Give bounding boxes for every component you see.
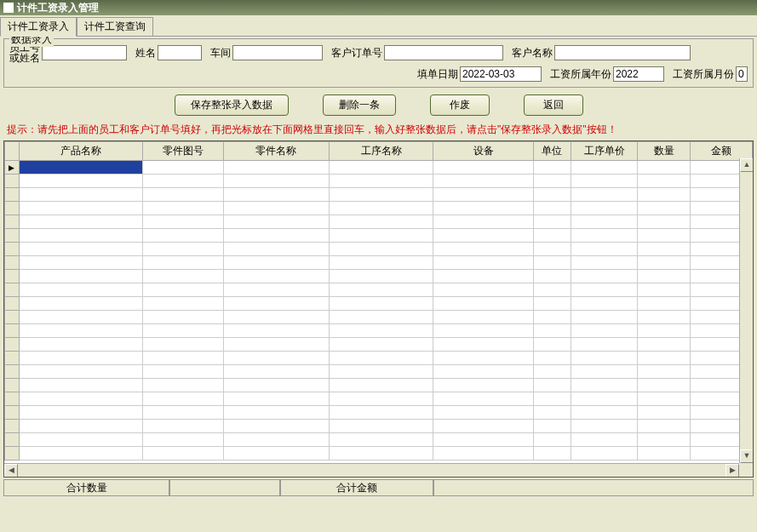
row-header[interactable]	[5, 270, 20, 283]
grid-cell[interactable]	[329, 420, 433, 433]
grid-cell[interactable]	[433, 202, 534, 215]
grid-cell[interactable]	[329, 174, 433, 188]
grid-cell[interactable]	[638, 447, 691, 460]
grid-cell[interactable]	[571, 215, 638, 229]
grid-cell[interactable]	[142, 447, 223, 460]
grid-cell[interactable]	[571, 406, 638, 420]
row-header[interactable]	[5, 406, 20, 420]
grid-cell[interactable]	[571, 297, 638, 311]
save-button[interactable]: 保存整张录入数据	[175, 94, 289, 116]
scrollbar-horizontal[interactable]: ◀ ▶	[4, 463, 739, 477]
table-row[interactable]	[5, 420, 753, 433]
grid-cell[interactable]	[19, 215, 142, 229]
grid-cell[interactable]	[638, 433, 691, 447]
grid-cell[interactable]	[142, 297, 223, 311]
grid-cell[interactable]	[534, 229, 571, 243]
grid-cell[interactable]	[329, 338, 433, 352]
scroll-right-icon[interactable]: ▶	[725, 464, 739, 478]
row-header[interactable]	[5, 352, 20, 365]
grid-cell[interactable]	[534, 447, 571, 460]
grid-cell[interactable]	[571, 447, 638, 460]
grid-cell[interactable]	[534, 338, 571, 352]
grid-cell[interactable]	[142, 202, 223, 215]
grid-cell[interactable]	[534, 270, 571, 283]
grid-cell[interactable]	[19, 379, 142, 392]
column-header[interactable]: 工序单价	[571, 142, 638, 161]
grid-cell[interactable]	[534, 297, 571, 311]
grid-cell[interactable]	[19, 338, 142, 352]
grid-cell[interactable]	[433, 379, 534, 392]
grid-cell[interactable]	[534, 202, 571, 215]
grid-cell[interactable]	[19, 229, 142, 243]
emp-input[interactable]	[42, 45, 127, 60]
grid-cell[interactable]	[571, 202, 638, 215]
grid-cell[interactable]	[571, 352, 638, 365]
grid-cell[interactable]	[19, 188, 142, 202]
table-row[interactable]	[5, 365, 753, 379]
grid-cell[interactable]	[19, 297, 142, 311]
grid-cell[interactable]	[571, 311, 638, 324]
grid-cell[interactable]	[433, 270, 534, 283]
grid-cell[interactable]	[571, 270, 638, 283]
grid-cell[interactable]	[638, 311, 691, 324]
grid-cell[interactable]	[638, 338, 691, 352]
grid-cell[interactable]	[571, 420, 638, 433]
grid-cell[interactable]	[19, 256, 142, 270]
grid-cell[interactable]	[571, 379, 638, 392]
row-header[interactable]	[5, 243, 20, 256]
grid-cell[interactable]	[142, 365, 223, 379]
date-input[interactable]	[460, 66, 542, 82]
grid-cell[interactable]	[223, 161, 329, 174]
grid-cell[interactable]	[329, 256, 433, 270]
column-header[interactable]: 零件图号	[142, 142, 223, 161]
grid-cell[interactable]	[142, 215, 223, 229]
delete-button[interactable]: 删除一条	[323, 94, 396, 116]
table-row[interactable]	[5, 256, 753, 270]
grid-cell[interactable]	[19, 202, 142, 215]
grid-cell[interactable]	[571, 365, 638, 379]
grid-cell[interactable]	[534, 283, 571, 297]
grid-cell[interactable]	[329, 283, 433, 297]
grid-cell[interactable]	[329, 447, 433, 460]
grid-cell[interactable]	[433, 188, 534, 202]
table-row[interactable]	[5, 202, 753, 215]
grid-cell[interactable]	[142, 352, 223, 365]
grid-cell[interactable]	[571, 243, 638, 256]
grid-cell[interactable]	[534, 161, 571, 174]
table-row[interactable]	[5, 297, 753, 311]
table-row[interactable]	[5, 311, 753, 324]
scroll-left-icon[interactable]: ◀	[4, 464, 18, 478]
row-header[interactable]	[5, 161, 20, 174]
grid-cell[interactable]	[19, 392, 142, 406]
grid-cell[interactable]	[433, 243, 534, 256]
grid-cell[interactable]	[534, 392, 571, 406]
column-header[interactable]: 零件名称	[223, 142, 329, 161]
grid-cell[interactable]	[19, 447, 142, 460]
grid-cell[interactable]	[433, 433, 534, 447]
grid-cell[interactable]	[638, 392, 691, 406]
grid-cell[interactable]	[571, 188, 638, 202]
grid-cell[interactable]	[329, 392, 433, 406]
void-button[interactable]: 作废	[430, 94, 490, 116]
column-header[interactable]: 设备	[433, 142, 534, 161]
scrollbar-vertical[interactable]: ▲ ▼	[739, 158, 753, 463]
grid-cell[interactable]	[638, 365, 691, 379]
grid-cell[interactable]	[433, 283, 534, 297]
grid-cell[interactable]	[534, 352, 571, 365]
grid-cell[interactable]	[534, 215, 571, 229]
grid-cell[interactable]	[638, 202, 691, 215]
grid-cell[interactable]	[19, 433, 142, 447]
column-header[interactable]: 数量	[638, 142, 691, 161]
grid-cell[interactable]	[638, 256, 691, 270]
grid-cell[interactable]	[571, 174, 638, 188]
grid-cell[interactable]	[534, 174, 571, 188]
grid-cell[interactable]	[638, 324, 691, 338]
row-header[interactable]	[5, 311, 20, 324]
grid-cell[interactable]	[223, 270, 329, 283]
grid-cell[interactable]	[433, 365, 534, 379]
grid-cell[interactable]	[142, 379, 223, 392]
grid-cell[interactable]	[433, 447, 534, 460]
grid-cell[interactable]	[433, 174, 534, 188]
grid-cell[interactable]	[571, 283, 638, 297]
grid-cell[interactable]	[433, 161, 534, 174]
